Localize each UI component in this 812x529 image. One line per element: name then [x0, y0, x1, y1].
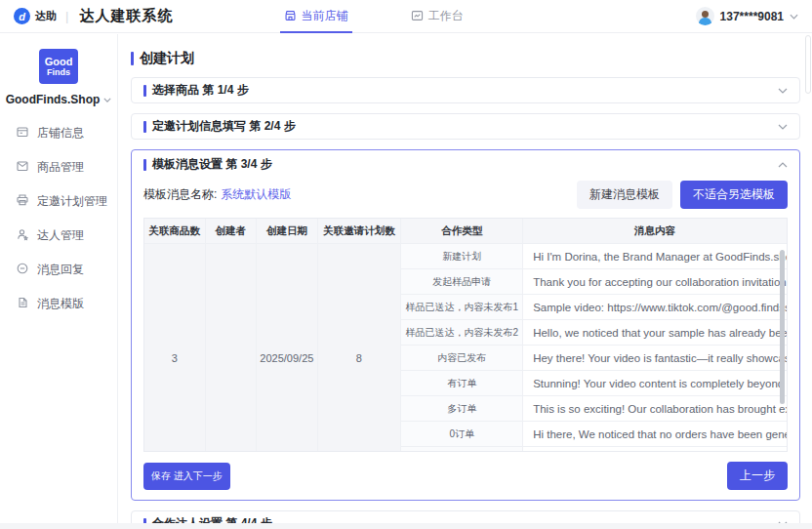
product-icon [16, 159, 29, 176]
row-content: Sample video: https://www.tiktok.com/@go… [523, 295, 787, 320]
row-type: 内容已发布 [401, 346, 523, 371]
cell-related-plans: 8 [318, 244, 402, 452]
template-name-row: 模板消息名称: 系统默认模版 新建消息模板 不适合另选模板 [143, 181, 788, 209]
cell-creator [206, 244, 258, 452]
row-content: Thank you for accepting our collaboratio… [523, 269, 787, 295]
chevron-down-icon [778, 88, 788, 94]
template-name-link[interactable]: 系统默认模版 [221, 186, 291, 203]
brand: d 达助 | 达人建联系统 [14, 7, 173, 25]
user-phone: 137****9081 [720, 10, 784, 23]
sidebar-item-shop-info[interactable]: 店铺信息 [0, 116, 117, 150]
section-step4[interactable]: 合作达人设置 第 4/4 步 [131, 510, 800, 523]
col-header-related-plans: 关联邀请计划数 [318, 219, 402, 244]
previous-step-button[interactable]: 上一步 [727, 462, 788, 490]
reply-icon [16, 262, 29, 278]
row-content: This is so exciting! Our collaboration h… [523, 396, 787, 422]
chevron-down-icon [790, 14, 798, 20]
user-avatar [696, 7, 714, 25]
section-step3: 模板消息设置 第 3/4 步 模板消息名称: 系统默认模版 新建消息模板 不适合… [131, 149, 800, 501]
tab-workbench[interactable]: 工作台 [407, 0, 467, 33]
tab-current-shop[interactable]: 当前店铺 [280, 0, 352, 33]
col-header-coop-type: 合作类型 [401, 219, 523, 244]
app-title: 达人建联系统 [79, 7, 173, 25]
cell-create-date: 2025/09/25 [257, 244, 318, 452]
tab-current-shop-label: 当前店铺 [302, 8, 348, 24]
section-step1-title: 选择商品 第 1/4 步 [143, 82, 249, 99]
section-step3-title: 模板消息设置 第 3/4 步 [143, 156, 272, 173]
row-content: Hello, we noticed that your sample has a… [523, 320, 787, 346]
workbench-icon [411, 10, 424, 21]
shop-info-icon [16, 125, 29, 142]
row-type: 0订单 [401, 422, 523, 447]
section-step1[interactable]: 选择商品 第 1/4 步 [131, 77, 800, 103]
top-header: d 达助 | 达人建联系统 当前店铺 工作台 [0, 0, 812, 33]
row-content-partial [523, 447, 787, 452]
tab-workbench-label: 工作台 [428, 8, 464, 24]
user-menu[interactable]: 137****9081 [696, 7, 798, 25]
row-content: Stunning! Your video content is complete… [523, 371, 787, 396]
section-step3-header[interactable]: 模板消息设置 第 3/4 步 [143, 150, 788, 179]
row-content: Hi there, We noticed that no orders have… [523, 422, 787, 447]
top-tabs: 当前店铺 工作台 [280, 0, 467, 33]
row-content: Hey there! Your video is fantastic—it re… [523, 346, 787, 371]
page-scrollbar-thumb[interactable] [805, 35, 811, 94]
title-accent-bar [131, 52, 134, 65]
row-type: 多订单 [401, 396, 523, 422]
row-type: 样品已送达，内容未发布2 [401, 320, 523, 346]
chevron-up-icon [778, 162, 788, 168]
sidebar-item-message-reply[interactable]: 消息回复 [0, 253, 117, 287]
sidebar-item-message-template[interactable]: 消息模版 [0, 287, 117, 321]
row-type: 发起样品申请 [401, 269, 523, 295]
row-type-partial [401, 447, 523, 452]
col-header-create-date: 创建日期 [257, 219, 318, 244]
sidebar-item-invite-plan-management[interactable]: 定邀计划管理 [0, 184, 117, 219]
sidebar-item-product-management[interactable]: 商品管理 [0, 150, 117, 184]
row-content: Hi I'm Dorina, the Brand Manager at Good… [523, 244, 787, 269]
shop-logo: Good Finds [39, 49, 78, 84]
main-content: 创建计划 选择商品 第 1/4 步 定邀计划信息填写 第 2/4 步 模 [119, 34, 812, 523]
section-step4-title: 合作达人设置 第 4/4 步 [143, 515, 272, 523]
section-step2[interactable]: 定邀计划信息填写 第 2/4 步 [131, 113, 800, 140]
choose-other-template-button[interactable]: 不适合另选模板 [680, 181, 788, 209]
brand-divider: | [65, 9, 68, 23]
plan-icon [16, 193, 29, 210]
row-type: 新建计划 [401, 244, 523, 269]
page-bottom-strip [0, 523, 812, 529]
creator-icon [16, 227, 29, 244]
table-scrollbar-thumb[interactable] [780, 250, 785, 404]
row-type: 样品已送达，内容未发布1 [401, 295, 523, 320]
shop-name: GoodFinds.Shop [6, 93, 101, 106]
brand-logo-icon: d [14, 8, 30, 24]
section-step2-title: 定邀计划信息填写 第 2/4 步 [143, 118, 296, 135]
step3-footer: 保存 进入下一步 上一步 [143, 462, 788, 490]
shop-switcher[interactable]: GoodFinds.Shop [4, 93, 113, 106]
sidebar: Good Finds GoodFinds.Shop 店铺信息 商品管理 [0, 34, 118, 523]
chevron-down-icon [103, 98, 111, 102]
sidebar-item-creator-management[interactable]: 达人管理 [0, 219, 117, 253]
chevron-down-icon [778, 124, 788, 130]
storefront-icon [284, 10, 297, 21]
sidebar-menu: 店铺信息 商品管理 定邀计划管理 达人管理 [0, 116, 117, 321]
row-type: 有订单 [401, 371, 523, 396]
new-template-button[interactable]: 新建消息模板 [577, 181, 672, 209]
template-table: 关联商品数 创建者 创建日期 关联邀请计划数 合作类型 消息内容 3 2025/… [143, 218, 788, 452]
col-header-related-products: 关联商品数 [144, 219, 206, 244]
page-title: 创建计划 [131, 50, 800, 67]
cell-related-products: 3 [144, 244, 206, 452]
col-header-message-content: 消息内容 [523, 219, 787, 244]
save-next-button[interactable]: 保存 进入下一步 [143, 463, 230, 490]
brand-logo-text: 达助 [35, 9, 57, 23]
template-icon [16, 296, 29, 312]
app-root: d 达助 | 达人建联系统 当前店铺 工作台 [0, 0, 812, 523]
col-header-creator: 创建者 [206, 219, 258, 244]
template-name-label: 模板消息名称: [143, 186, 217, 203]
